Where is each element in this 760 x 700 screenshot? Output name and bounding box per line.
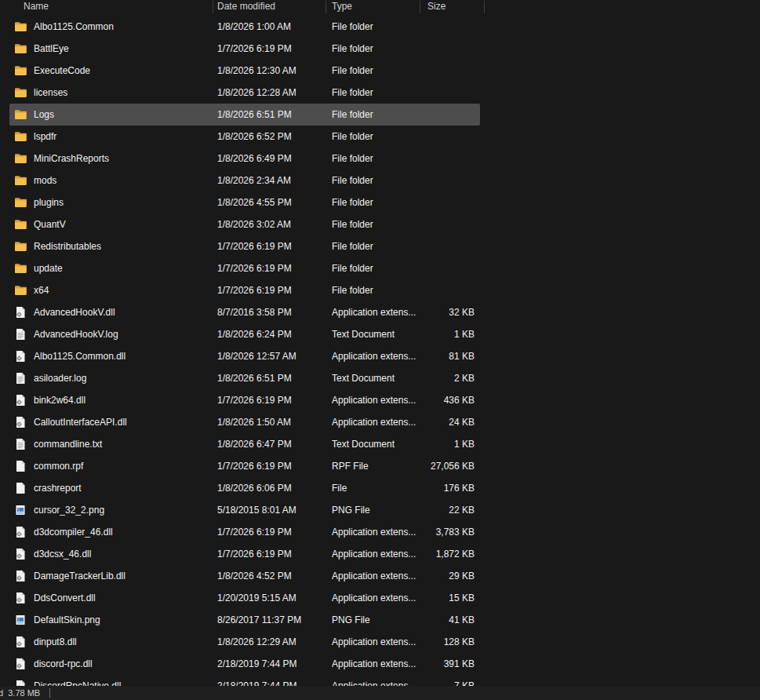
file-size: 81 KB bbox=[420, 351, 480, 362]
file-row[interactable]: Redistributables 1/7/2026 6:19 PM File f… bbox=[9, 235, 480, 257]
folder-icon bbox=[14, 108, 27, 121]
file-date-modified: 8/26/2017 11:37 PM bbox=[217, 614, 332, 625]
file-date-modified: 1/7/2026 6:19 PM bbox=[217, 527, 332, 538]
status-bar: d 3.78 MB bbox=[0, 686, 760, 700]
file-type: Application extens... bbox=[332, 680, 420, 686]
file-name-cell: MiniCrashReports bbox=[9, 152, 217, 165]
file-row[interactable]: Albo1125.Common 1/8/2026 1:00 AM File fo… bbox=[9, 16, 480, 38]
file-type: RPF File bbox=[332, 461, 420, 472]
file-row[interactable]: MiniCrashReports 1/8/2026 6:49 PM File f… bbox=[9, 148, 480, 170]
file-row[interactable]: lspdfr 1/8/2026 6:52 PM File folder bbox=[9, 126, 480, 148]
file-date-modified: 1/8/2026 12:30 AM bbox=[217, 65, 332, 76]
file-type: Application extens... bbox=[332, 592, 420, 603]
file-row[interactable]: x64 1/7/2026 6:19 PM File folder bbox=[9, 279, 480, 301]
file-date-modified: 1/7/2026 6:19 PM bbox=[217, 395, 332, 406]
file-size: 32 KB bbox=[420, 307, 480, 318]
file-type: Application extens... bbox=[332, 395, 420, 406]
file-row[interactable]: bink2w64.dll 1/7/2026 6:19 PM Applicatio… bbox=[9, 389, 480, 411]
file-row[interactable]: cursor_32_2.png 5/18/2015 8:01 AM PNG Fi… bbox=[9, 499, 480, 521]
file-name: asiloader.log bbox=[34, 373, 86, 384]
file-date-modified: 1/8/2026 1:50 AM bbox=[217, 417, 332, 428]
file-row[interactable]: QuantV 1/8/2026 3:02 AM File folder bbox=[9, 213, 480, 235]
file-size: 29 KB bbox=[420, 571, 480, 582]
file-row[interactable]: CalloutInterfaceAPI.dll 1/8/2026 1:50 AM… bbox=[9, 411, 480, 433]
file-name: Albo1125.Common.dll bbox=[34, 351, 125, 362]
file-size: 176 KB bbox=[420, 483, 480, 494]
file-name: update bbox=[34, 263, 63, 274]
blank-file-icon bbox=[14, 482, 27, 494]
file-row[interactable]: commandline.txt 1/8/2026 6:47 PM Text Do… bbox=[9, 433, 480, 455]
image-file-icon bbox=[14, 504, 27, 516]
file-name-cell: commandline.txt bbox=[9, 438, 217, 450]
file-name: d3dcsx_46.dll bbox=[34, 549, 91, 560]
file-type: File folder bbox=[332, 21, 420, 32]
file-type: PNG File bbox=[332, 614, 420, 625]
file-list: Albo1125.Common 1/8/2026 1:00 AM File fo… bbox=[0, 14, 760, 686]
folder-icon bbox=[14, 42, 27, 55]
file-row[interactable]: d3dcompiler_46.dll 1/7/2026 6:19 PM Appl… bbox=[9, 521, 480, 543]
blank-file-icon bbox=[14, 460, 27, 472]
column-divider[interactable] bbox=[325, 1, 326, 13]
file-name-cell: Redistributables bbox=[9, 240, 217, 253]
file-name-cell: update bbox=[9, 262, 217, 275]
file-name: AdvancedHookV.dll bbox=[34, 307, 115, 318]
file-row[interactable]: mods 1/8/2026 2:34 AM File folder bbox=[9, 170, 480, 191]
file-date-modified: 1/7/2026 6:19 PM bbox=[217, 549, 332, 560]
file-row[interactable]: licenses 1/8/2026 12:28 AM File folder bbox=[9, 82, 480, 104]
text-document-icon bbox=[14, 438, 27, 450]
file-row[interactable]: common.rpf 1/7/2026 6:19 PM RPF File 27,… bbox=[9, 455, 480, 477]
file-name: licenses bbox=[34, 87, 67, 98]
file-name-cell: CalloutInterfaceAPI.dll bbox=[9, 416, 217, 428]
folder-icon bbox=[14, 86, 27, 99]
file-type: File folder bbox=[332, 263, 420, 274]
column-divider[interactable] bbox=[484, 1, 485, 13]
file-row[interactable]: ExecuteCode 1/8/2026 12:30 AM File folde… bbox=[9, 60, 480, 82]
file-row[interactable]: DamageTrackerLib.dll 1/8/2026 4:52 PM Ap… bbox=[9, 565, 480, 587]
status-bar-divider bbox=[49, 688, 50, 698]
file-type: Application extens... bbox=[332, 351, 420, 362]
file-row[interactable]: AdvancedHookV.log 1/8/2026 6:24 PM Text … bbox=[9, 323, 480, 345]
file-name-cell: common.rpf bbox=[9, 460, 217, 472]
file-name: lspdfr bbox=[34, 131, 56, 142]
column-header-size[interactable]: Size bbox=[427, 0, 445, 13]
application-extension-icon bbox=[14, 680, 27, 686]
file-date-modified: 1/8/2026 6:24 PM bbox=[217, 329, 332, 340]
file-row[interactable]: AdvancedHookV.dll 8/7/2016 3:58 PM Appli… bbox=[9, 301, 480, 323]
file-row[interactable]: DiscordRpcNative.dll 2/18/2019 7:44 PM A… bbox=[9, 675, 480, 686]
file-row[interactable]: crashreport 1/8/2026 6:06 PM File 176 KB bbox=[9, 477, 480, 499]
file-row[interactable]: update 1/7/2026 6:19 PM File folder bbox=[9, 257, 480, 279]
file-row[interactable]: asiloader.log 1/8/2026 6:51 PM Text Docu… bbox=[9, 367, 480, 389]
application-extension-icon bbox=[14, 526, 27, 538]
file-name: cursor_32_2.png bbox=[34, 505, 104, 516]
file-row[interactable]: DdsConvert.dll 1/20/2019 5:15 AM Applica… bbox=[9, 587, 480, 609]
file-row[interactable]: discord-rpc.dll 2/18/2019 7:44 PM Applic… bbox=[9, 653, 480, 675]
file-size: 391 KB bbox=[420, 658, 480, 669]
column-header-date-modified[interactable]: Date modified bbox=[217, 0, 275, 13]
file-type: File folder bbox=[332, 197, 420, 208]
file-type: PNG File bbox=[332, 505, 420, 516]
file-type: File folder bbox=[332, 131, 420, 142]
column-header-type[interactable]: Type bbox=[332, 0, 352, 13]
file-row[interactable]: plugins 1/8/2026 4:55 PM File folder bbox=[9, 191, 480, 213]
file-row[interactable]: d3dcsx_46.dll 1/7/2026 6:19 PM Applicati… bbox=[9, 543, 480, 565]
column-header-name[interactable]: Name bbox=[24, 0, 49, 13]
file-date-modified: 1/8/2026 6:49 PM bbox=[217, 153, 332, 164]
file-date-modified: 1/8/2026 1:00 AM bbox=[217, 21, 332, 32]
file-row[interactable]: dinput8.dll 1/8/2026 12:29 AM Applicatio… bbox=[9, 631, 480, 653]
file-name: Redistributables bbox=[34, 241, 101, 252]
column-divider[interactable] bbox=[420, 1, 420, 13]
file-date-modified: 1/7/2026 6:19 PM bbox=[217, 241, 332, 252]
file-date-modified: 1/8/2026 6:51 PM bbox=[217, 373, 332, 384]
file-size: 22 KB bbox=[420, 505, 480, 516]
file-explorer-window: Name Date modified Type Size Albo1125.Co… bbox=[0, 0, 760, 700]
file-size: 2 KB bbox=[420, 373, 480, 384]
file-name: d3dcompiler_46.dll bbox=[34, 527, 113, 538]
file-size: 128 KB bbox=[420, 636, 480, 647]
file-size: 41 KB bbox=[420, 614, 480, 625]
file-row[interactable]: Logs 1/8/2026 6:51 PM File folder bbox=[9, 104, 480, 126]
file-row[interactable]: BattlEye 1/7/2026 6:19 PM File folder bbox=[9, 38, 480, 60]
file-row[interactable]: Albo1125.Common.dll 1/8/2026 12:57 AM Ap… bbox=[9, 345, 480, 367]
file-size: 7 KB bbox=[420, 680, 480, 686]
column-divider[interactable] bbox=[213, 1, 213, 13]
file-row[interactable]: DefaultSkin.png 8/26/2017 11:37 PM PNG F… bbox=[9, 609, 480, 631]
